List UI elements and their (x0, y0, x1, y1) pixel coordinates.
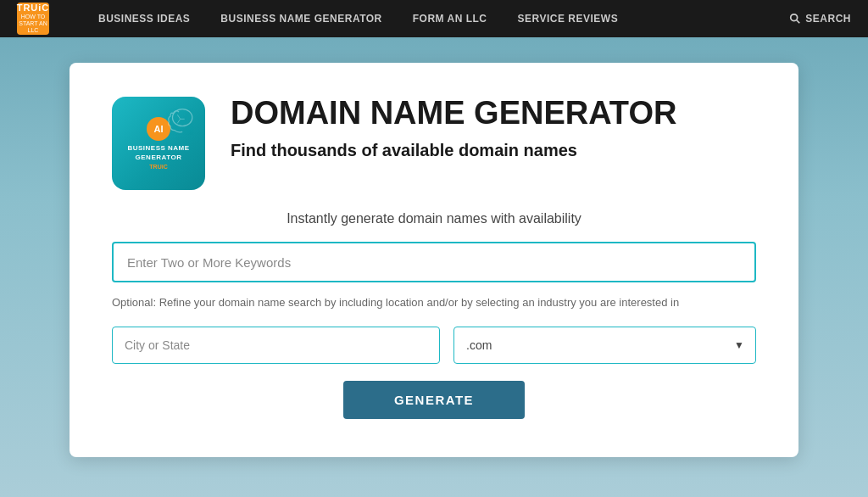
svg-line-4 (177, 119, 180, 123)
svg-point-2 (173, 109, 192, 126)
city-state-input[interactable] (112, 327, 440, 364)
generate-button[interactable]: GENERATE (343, 381, 525, 419)
navbar: TRUiC HOW TO START AN LLC BUSINESS IDEAS… (0, 0, 868, 37)
filter-row: .com .net .org .io ▼ (112, 327, 756, 364)
search-label: SEARCH (805, 13, 851, 25)
page-subtitle: Find thousands of available domain names (231, 139, 676, 161)
nav-item-business-ideas[interactable]: BUSINESS IDEAS (83, 0, 205, 37)
tld-select[interactable]: .com .net .org .io (453, 327, 756, 364)
tagline: Instantly generate domain names with ava… (112, 211, 756, 226)
svg-point-0 (791, 14, 798, 21)
app-icon: AI BUSINESS NAME GENERATOR TRUiC (112, 97, 205, 190)
logo-text: TRUiC (17, 3, 50, 13)
page-background: AI BUSINESS NAME GENERATOR TRUiC DOMAIN … (0, 37, 868, 497)
logo-subtext: HOW TO START AN LLC (17, 14, 49, 33)
logo-box: TRUiC HOW TO START AN LLC (17, 3, 49, 35)
svg-line-1 (797, 20, 800, 24)
nav-item-form-an-llc[interactable]: FORM AN LLC (398, 0, 503, 37)
search-icon (789, 13, 801, 25)
logo[interactable]: TRUiC HOW TO START AN LLC (17, 3, 49, 35)
keywords-input[interactable] (112, 242, 756, 282)
optional-description: Optional: Refine your domain name search… (112, 294, 756, 311)
main-card: AI BUSINESS NAME GENERATOR TRUiC DOMAIN … (70, 63, 798, 457)
tld-select-wrapper: .com .net .org .io ▼ (453, 327, 756, 364)
brain-decoration-icon (158, 103, 200, 146)
app-icon-brand: TRUiC (149, 164, 167, 170)
app-icon-line2: GENERATOR (136, 154, 182, 162)
nav-item-business-name-generator[interactable]: BUSINESS NAME GENERATOR (205, 0, 397, 37)
page-title: DOMAIN NAME GENERATOR (231, 97, 676, 131)
card-title-area: DOMAIN NAME GENERATOR Find thousands of … (231, 97, 676, 161)
svg-line-3 (177, 114, 180, 119)
card-header: AI BUSINESS NAME GENERATOR TRUiC DOMAIN … (112, 97, 756, 190)
nav-item-service-reviews[interactable]: SERVICE REVIEWS (503, 0, 634, 37)
search-button[interactable]: SEARCH (789, 13, 851, 25)
nav-links: BUSINESS IDEAS BUSINESS NAME GENERATOR F… (83, 0, 789, 37)
